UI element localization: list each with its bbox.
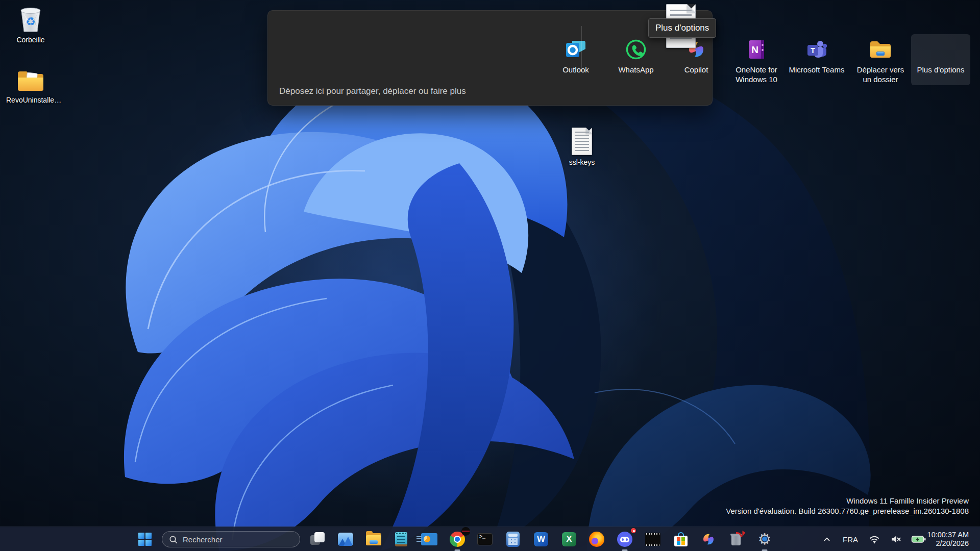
taskbar-app-films-media[interactable] (643, 529, 663, 549)
insider-watermark: Windows 11 Famille Insider Preview Versi… (726, 496, 969, 516)
taskbar-app-word[interactable]: W (531, 529, 551, 549)
excel-icon: X (562, 532, 576, 546)
svg-text:♻: ♻ (26, 15, 36, 28)
whatsapp-icon (625, 38, 647, 61)
tray-clock[interactable]: 10:00:37 AM 2/20/2026 (927, 531, 969, 548)
taskbar-search[interactable] (162, 531, 300, 547)
desktop-icon-revouninstaller[interactable]: RevoUninstalle… (6, 63, 55, 104)
notification-badge (630, 527, 637, 534)
share-target-outlook[interactable]: Outlook (546, 34, 605, 85)
share-target-label: Déplacer vers un dossier (852, 65, 909, 84)
share-target-label: OneNote for Windows 10 (728, 65, 785, 84)
filmstrip-icon (645, 533, 660, 546)
wifi-icon (868, 533, 880, 545)
share-target-label: Copilot (684, 65, 708, 74)
action-more-options[interactable]: Plus d'options (911, 34, 970, 85)
share-target-label: Plus d'options (917, 65, 965, 74)
tray-battery[interactable] (910, 531, 928, 547)
photos-icon (338, 533, 353, 546)
start-button[interactable] (138, 532, 152, 546)
task-view-icon (310, 532, 325, 546)
file-explorer-icon (366, 533, 381, 545)
taskbar-app-photos[interactable] (335, 529, 356, 549)
notepad-icon (395, 532, 407, 546)
windows-logo-icon (138, 533, 152, 546)
tray-volume-muted[interactable] (888, 531, 903, 547)
discord-icon (617, 532, 632, 547)
taskbar-app-excel[interactable]: X (559, 529, 579, 549)
onenote-icon: N (745, 38, 768, 61)
copilot-icon (701, 532, 716, 547)
taskbar-app-microsoft-store[interactable] (671, 529, 691, 549)
taskbar-app-calculator[interactable] (503, 529, 523, 549)
tray-chevron-up[interactable] (820, 531, 834, 547)
taskbar-app-notepad[interactable] (391, 529, 411, 549)
teams-icon: T (805, 38, 828, 61)
word-icon: W (534, 532, 548, 546)
outlook-icon (565, 38, 587, 61)
taskbar-app-revo-uninstaller[interactable] (726, 529, 747, 549)
taskbar-app-task-manager[interactable] (419, 529, 439, 549)
taskbar-app-copilot[interactable] (698, 529, 719, 549)
desktop-icon-ssl-keys[interactable]: ssl-keys (557, 126, 606, 166)
share-target-label: Outlook (562, 65, 589, 74)
move-to-folder-icon (869, 38, 892, 61)
chrome-extension-badge-icon (461, 527, 470, 536)
volume-muted-icon (890, 533, 902, 545)
firefox-icon (589, 532, 604, 547)
text-document-icon (572, 126, 592, 155)
clock-time: 10:00:37 AM (927, 531, 969, 539)
drop-hint-text: Déposez ici pour partager, déplacer ou f… (279, 86, 466, 96)
search-icon (168, 535, 178, 544)
taskbar-app-terminal[interactable]: >_ (475, 529, 495, 549)
watermark-line2: Version d'évaluation. Build 26300.7760.g… (726, 506, 969, 516)
watermark-line1: Windows 11 Famille Insider Preview (726, 496, 969, 506)
taskbar-app-file-explorer[interactable] (363, 529, 384, 549)
share-target-teams[interactable]: T Microsoft Teams (787, 34, 846, 85)
panel-divider (581, 26, 582, 71)
desktop-icon-label: Corbeille (16, 36, 44, 44)
desktop-icon-label: ssl-keys (569, 158, 595, 166)
settings-gear-icon: ⚙ (756, 531, 773, 548)
svg-text:N: N (751, 44, 758, 55)
share-target-label: Microsoft Teams (789, 65, 845, 74)
task-manager-icon (421, 533, 437, 545)
svg-text:T: T (811, 46, 815, 55)
more-options-icon (929, 38, 952, 61)
tooltip: Plus d'options (648, 18, 716, 38)
clock-date: 2/20/2026 (927, 539, 969, 548)
tray-language[interactable]: FRA (840, 531, 861, 547)
recycle-bin-icon: ♻ (18, 3, 43, 33)
calculator-icon (506, 532, 520, 547)
taskbar-app-discord[interactable] (615, 529, 635, 549)
action-move-to-folder[interactable]: Déplacer vers un dossier (851, 34, 910, 85)
share-target-whatsapp[interactable]: WhatsApp (606, 34, 666, 85)
tray-wifi[interactable] (867, 531, 882, 547)
taskbar-app-settings[interactable]: ⚙ (754, 529, 775, 549)
taskbar-app-task-view[interactable] (307, 529, 328, 549)
taskbar-app-chrome[interactable] (447, 529, 468, 549)
taskbar-app-firefox[interactable] (586, 529, 607, 549)
terminal-icon: >_ (477, 533, 493, 545)
chevron-up-icon (821, 534, 832, 545)
folder-icon (16, 63, 45, 93)
revo-uninstaller-icon (730, 532, 743, 546)
search-input[interactable] (183, 535, 285, 544)
system-tray: FRA (820, 527, 928, 551)
desktop-icon-label: RevoUninstalle… (6, 96, 55, 104)
share-target-label: WhatsApp (618, 65, 653, 74)
desktop-icon-recycle-bin[interactable]: ♻ Corbeille (6, 3, 55, 44)
drag-share-panel: Outlook WhatsApp (267, 10, 713, 106)
desktop: ♻ Corbeille RevoUninstalle… ssl-keys (0, 0, 980, 551)
share-target-onenote[interactable]: N OneNote for Windows 10 (727, 34, 786, 85)
battery-charging-icon (911, 534, 926, 545)
microsoft-store-icon (674, 532, 688, 546)
taskbar: >_ W X (0, 527, 980, 551)
